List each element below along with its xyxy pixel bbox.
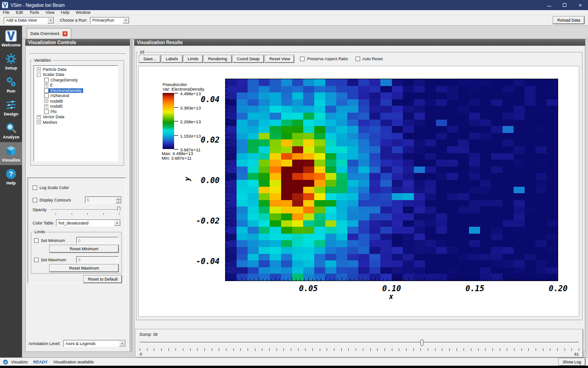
question-icon: ? (5, 168, 17, 180)
tree-item-nodalb[interactable]: +nodalB (35, 98, 117, 104)
sidebar-item-welcome[interactable]: Welcome (0, 27, 22, 50)
heatmap[interactable] (225, 79, 558, 281)
heatmap-cell (314, 146, 325, 153)
menu-edit[interactable]: Edit (16, 10, 23, 15)
expand-icon[interactable]: + (37, 120, 41, 124)
heatmap-cell (336, 220, 347, 227)
heatmap-cell (447, 126, 458, 133)
status-message: Visualization available (53, 360, 94, 364)
panel-splitter[interactable] (131, 39, 134, 352)
maximum-input[interactable]: 0 (76, 256, 119, 263)
heatmap-cell (392, 139, 403, 146)
dump-tick (233, 348, 234, 351)
reset-maximum-button[interactable]: Reset Maximum (50, 264, 119, 272)
log-scale-checkbox[interactable]: Log Scale Color (33, 185, 69, 190)
tree-item-vector data[interactable]: +Vector Data (35, 115, 117, 120)
minimum-input[interactable]: 0 (76, 237, 119, 244)
menu-tools[interactable]: Tools (29, 10, 39, 15)
auto-reset-checkbox[interactable]: Auto Reset (356, 57, 383, 61)
sidebar-item-setup[interactable]: Setup (0, 50, 22, 73)
contours-count-input[interactable]: 5 ▲▼ (85, 196, 122, 203)
x-axis-tick (387, 279, 388, 281)
x-axis-tick (508, 277, 509, 281)
heatmap-cell (436, 99, 447, 106)
sidebar-item-analyze[interactable]: Analyze (0, 119, 22, 142)
sidebar-item-run[interactable]: Run (0, 73, 22, 96)
dump-slider-track[interactable] (140, 342, 579, 343)
heatmap-cell (303, 86, 314, 93)
tree-item-meshes[interactable]: +Meshes (35, 120, 117, 125)
set-minimum-checkbox[interactable] (34, 238, 39, 243)
heatmap-cell (237, 113, 248, 120)
maximize-button[interactable] (557, 0, 572, 10)
collapse-icon[interactable]: - (37, 73, 41, 77)
reset-minimum-button[interactable]: Reset Minimum (50, 245, 119, 253)
dump-slider-handle[interactable] (420, 339, 424, 346)
menu-help[interactable]: Help (61, 10, 69, 15)
reset-view-button[interactable]: Reset View (265, 55, 294, 63)
menu-file[interactable]: File (3, 10, 10, 15)
checkbox-icon[interactable]: ✓ (44, 88, 49, 93)
expand-icon[interactable]: + (44, 99, 48, 103)
tab-close-icon[interactable]: × (62, 31, 68, 36)
heatmap-cell (514, 99, 525, 106)
checkbox-icon[interactable] (44, 93, 49, 98)
heatmap-cell (248, 207, 259, 213)
minimize-button[interactable] (541, 0, 557, 10)
expand-icon[interactable]: + (37, 115, 41, 119)
y-axis-tick (226, 139, 230, 140)
tree-item-electronsdensity[interactable]: ✓ElectronsDensity (35, 88, 117, 93)
reset-to-default-button[interactable]: Reset to Default (84, 276, 122, 283)
heatmap-cell (392, 213, 403, 220)
add-data-view-dropdown[interactable]: Add a Data View ▼ (4, 17, 54, 24)
heatmap-cell (392, 180, 403, 187)
checkbox-icon[interactable] (44, 109, 49, 114)
labels-button[interactable]: Labels (162, 55, 182, 63)
choose-run-dropdown[interactable]: PrimaryRun ▼ (90, 17, 130, 24)
heatmap-cell (303, 99, 314, 106)
heatmap-cell (303, 180, 314, 187)
expand-icon[interactable]: + (44, 104, 48, 109)
heatmap-cell (325, 99, 336, 106)
tree-item-phi[interactable]: Phi (35, 109, 117, 115)
dump-tick (442, 348, 442, 351)
color-table-dropdown[interactable]: hot_desaturated ▼ (56, 219, 121, 226)
set-maximum-checkbox[interactable] (34, 258, 39, 262)
opacity-slider-handle[interactable] (117, 207, 120, 212)
sidebar-item-help[interactable]: ?Help (0, 165, 22, 188)
tree-item-chargedensity[interactable]: ChargeDensity (35, 77, 117, 83)
reload-data-button[interactable]: Reload Data (553, 17, 584, 24)
close-button[interactable]: × (572, 0, 588, 10)
coord-swap-button[interactable]: Coord Swap (233, 55, 264, 63)
annotation-level-dropdown[interactable]: Axes & Legends ▼ (63, 340, 126, 347)
expand-icon[interactable]: + (44, 83, 48, 87)
save-button[interactable]: Save... (139, 55, 160, 63)
heatmap-cell (525, 187, 536, 194)
rendering-button[interactable]: Rendering (204, 55, 232, 63)
x-axis-tick (392, 277, 392, 281)
menu-view[interactable]: View (45, 10, 54, 15)
expand-icon[interactable]: + (37, 67, 41, 71)
heatmap-cell (369, 227, 380, 234)
spinner-buttons[interactable]: ▲▼ (115, 197, 121, 203)
checkbox-icon[interactable] (44, 78, 49, 82)
plot-canvas[interactable]: Pseudocolor Var: ElectronsDensity 4.498e… (138, 66, 579, 317)
preserve-aspect-ratio-checkbox[interactable]: Preserve Aspect Ratio (300, 57, 348, 61)
show-log-button[interactable]: Show Log (559, 358, 585, 366)
tree-item-h2neutral[interactable]: H2Neutral (35, 93, 117, 99)
heatmap-cell (237, 247, 248, 254)
tree-item-particle data[interactable]: +Particle Data (35, 67, 117, 72)
heatmap-cell (248, 274, 259, 281)
limits-button[interactable]: Limits (184, 55, 203, 63)
tree-item-e[interactable]: +E (35, 83, 117, 88)
sidebar-item-design[interactable]: Design (0, 96, 22, 119)
sidebar-item-visualize[interactable]: Visualize (0, 142, 22, 165)
heatmap-cell (536, 187, 547, 194)
display-contours-checkbox[interactable] (33, 198, 37, 202)
tree-item-scalar data[interactable]: -Scalar Data (35, 72, 117, 78)
opacity-slider[interactable] (51, 209, 119, 210)
menu-window[interactable]: Window (76, 10, 90, 15)
tab-data-overview1[interactable]: Data Overview1 × (27, 28, 71, 39)
heatmap-cell (447, 153, 458, 160)
tree-item-nodale[interactable]: +nodalE (35, 104, 117, 109)
